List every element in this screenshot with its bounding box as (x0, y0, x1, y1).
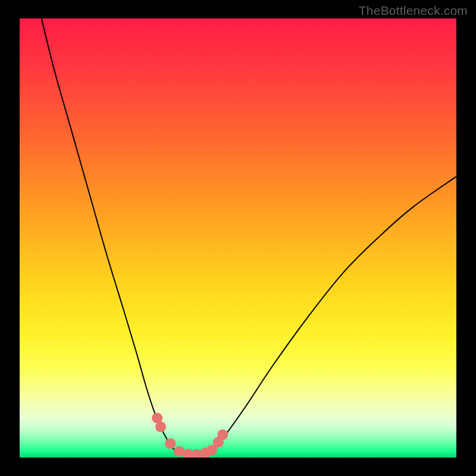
data-marker (155, 421, 166, 432)
data-marker (217, 430, 228, 440)
gradient-background (20, 18, 456, 458)
plot-area (20, 18, 456, 458)
data-marker (165, 438, 176, 449)
chart-frame: TheBottleneck.com (0, 0, 476, 476)
chart-svg (20, 18, 456, 458)
watermark-text: TheBottleneck.com (359, 4, 468, 18)
